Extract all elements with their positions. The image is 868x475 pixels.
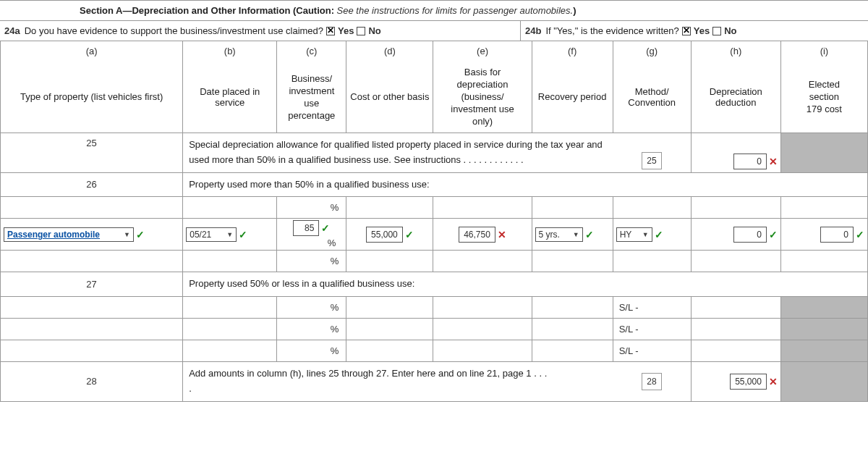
date-placed-select[interactable]: 05/21 ▼ xyxy=(186,227,237,242)
col-e-lbl1: Basis for xyxy=(464,67,501,77)
line-27-row-2: % S/L - xyxy=(1,319,868,340)
check-icon: ✓ xyxy=(856,229,864,240)
error-icon: ✕ xyxy=(769,376,778,387)
col-c-lbl4: percentage xyxy=(288,110,335,121)
cost-input[interactable]: 55,000 xyxy=(366,227,403,243)
check-icon: ✓ xyxy=(585,229,594,240)
recovery-value: 5 yrs. xyxy=(539,230,560,240)
line-27-header: 27 Property used 50% or less in a qualif… xyxy=(1,272,868,297)
check-icon: ✓ xyxy=(405,229,414,240)
col-h-label: Depreciation deduction xyxy=(691,61,780,133)
col-b-letter: (b) xyxy=(183,41,277,61)
line-25-num: 25 xyxy=(1,133,183,173)
q24b-yes-checkbox[interactable] xyxy=(682,27,691,35)
error-icon: ✕ xyxy=(769,156,778,167)
chevron-down-icon: ▼ xyxy=(124,231,130,238)
col-e-label: Basis for depreciation (business/ invest… xyxy=(433,61,532,133)
col-d-letter: (d) xyxy=(346,41,433,61)
pct-symbol: % xyxy=(277,340,346,362)
col-c-letter: (c) xyxy=(277,41,346,61)
col-e-lbl4: investment use xyxy=(451,104,514,114)
col-f-letter: (f) xyxy=(532,41,613,61)
sl-method: S/L - xyxy=(613,299,691,316)
col-e-letter: (e) xyxy=(433,41,532,61)
col-c-lbl3: use xyxy=(304,98,319,109)
col-g-letter: (g) xyxy=(613,41,691,61)
check-icon: ✓ xyxy=(239,229,247,240)
line-25-row: 25 Special depreciation allowance for qu… xyxy=(1,133,868,173)
col-i-letter: (i) xyxy=(780,41,867,61)
pct-symbol: % xyxy=(277,251,346,272)
line-26-blank-row-1: % xyxy=(1,197,868,219)
q24b-num: 24b xyxy=(525,25,541,36)
col-h-letter: (h) xyxy=(691,41,780,61)
line-28-dot: . xyxy=(189,383,192,394)
col-e-lbl3: (business/ xyxy=(461,91,503,102)
col-e-lbl2: depreciation xyxy=(457,79,509,90)
section-a-table: (a) (b) (c) (d) (e) (f) (g) (h) (i) Type… xyxy=(0,41,868,402)
q24a-yes-checkbox[interactable] xyxy=(326,27,335,35)
line-28-instr: Add amounts in column (h), lines 25 thro… xyxy=(189,368,547,379)
pct-symbol: % xyxy=(277,197,346,219)
property-type-select[interactable]: Passenger automobile ▼ xyxy=(4,227,134,242)
line-26-num: 26 xyxy=(1,172,183,197)
q24b-no-label: No xyxy=(724,25,736,36)
col-d-label: Cost or other basis xyxy=(346,61,433,133)
line-28-box: 28 xyxy=(642,373,661,390)
line-27-text: Property used 50% or less in a qualified… xyxy=(183,272,868,297)
date-placed-value: 05/21 xyxy=(190,230,211,240)
pct-symbol: % xyxy=(280,238,343,248)
q24b-text: If "Yes," is the evidence written? xyxy=(545,25,678,36)
passenger-auto-row: Passenger automobile ▼ ✓ 05/21 ▼ ✓ xyxy=(1,219,868,251)
line-28-value[interactable]: 55,000 xyxy=(730,374,767,390)
q24b-no-checkbox[interactable] xyxy=(712,27,721,35)
line-28-row: 28 Add amounts in column (h), lines 25 t… xyxy=(1,362,868,402)
section-title-close: ) xyxy=(573,5,576,16)
col-g-label: Method/ Convention xyxy=(613,61,691,133)
col-c-lbl1: Business/ xyxy=(292,73,332,84)
sl-method: S/L - xyxy=(613,342,691,359)
col-i-lbl2: section xyxy=(809,91,839,102)
line-27-greyout-1 xyxy=(780,297,867,319)
line-25-greyout xyxy=(780,133,867,173)
col-f-label: Recovery period xyxy=(532,61,613,133)
depreciation-input[interactable]: 0 xyxy=(733,227,767,243)
question-24b: 24b If "Yes," is the evidence written? Y… xyxy=(521,21,868,41)
q24a-no-label: No xyxy=(368,25,380,36)
line-27-greyout-2 xyxy=(780,319,867,340)
line-28-greyout xyxy=(780,362,867,402)
property-type-link[interactable]: Passenger automobile xyxy=(7,230,100,240)
sl-method: S/L - xyxy=(613,321,691,337)
line-26-text: Property used more than 50% in a qualifi… xyxy=(183,172,868,197)
check-icon: ✓ xyxy=(655,229,663,240)
section179-input[interactable]: 0 xyxy=(820,227,854,243)
method-select[interactable]: HY ▼ xyxy=(616,227,652,242)
chevron-down-icon: ▼ xyxy=(642,231,649,238)
pct-symbol: % xyxy=(277,319,346,340)
col-i-lbl3: 179 cost xyxy=(807,104,842,114)
line-27-row-3: % S/L - xyxy=(1,340,868,362)
recovery-select[interactable]: 5 yrs. ▼ xyxy=(535,227,583,242)
line-25-box: 25 xyxy=(642,152,661,169)
check-icon: ✓ xyxy=(136,229,145,240)
q24a-no-checkbox[interactable] xyxy=(357,27,365,35)
q24a-num: 24a xyxy=(4,25,20,36)
q24b-yes-label: Yes xyxy=(694,25,710,36)
basis-input[interactable]: 46,750 xyxy=(459,227,495,243)
pct-symbol: % xyxy=(277,297,346,319)
col-c-label: Business/ investment use percentage xyxy=(277,61,346,133)
chevron-down-icon: ▼ xyxy=(226,231,233,238)
line-25-text: Special depreciation allowance for quali… xyxy=(183,133,613,173)
col-b-label: Date placed in service xyxy=(183,61,277,133)
business-pct-input[interactable]: 85 xyxy=(293,220,319,236)
col-c-lbl2: investment xyxy=(289,85,334,96)
chevron-down-icon: ▼ xyxy=(573,231,579,238)
col-i-lbl1: Elected xyxy=(809,79,840,90)
line-27-row-1: % S/L - xyxy=(1,297,868,319)
section-title-caution: See the instructions for limits for pass… xyxy=(337,5,574,16)
line-25-value[interactable]: 0 xyxy=(733,154,767,169)
line-28-text: Add amounts in column (h), lines 25 thro… xyxy=(183,362,613,402)
question-24a: 24a Do you have evidence to support the … xyxy=(0,21,521,41)
method-value: HY xyxy=(620,230,632,240)
line-26-header: 26 Property used more than 50% in a qual… xyxy=(1,172,868,197)
